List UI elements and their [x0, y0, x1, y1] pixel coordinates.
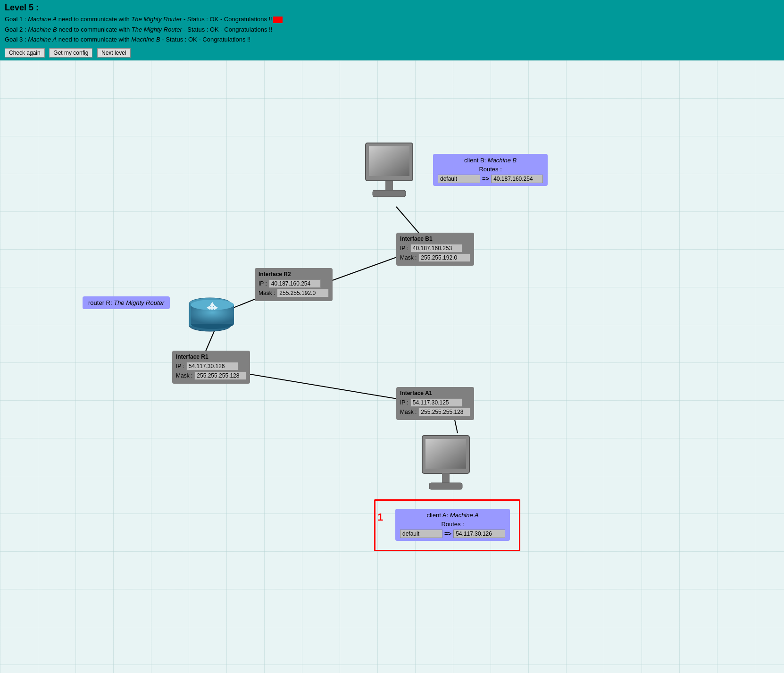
network-canvas: router R: The Mighty Router — [0, 60, 784, 673]
svg-rect-24 — [369, 146, 409, 176]
svg-rect-28 — [425, 439, 466, 469]
interface-a1-box: Interface A1 IP : Mask : — [396, 387, 474, 420]
client-a-route-dest[interactable] — [400, 530, 442, 538]
interface-r1-title: Interface R1 — [176, 353, 246, 360]
client-a-arrow: => — [444, 530, 451, 537]
interface-a1-mask-row: Mask : — [400, 408, 470, 416]
client-b-route-gw[interactable] — [491, 175, 543, 183]
interface-b1-mask-input[interactable] — [418, 253, 470, 262]
router-label: router R: The Mighty Router — [83, 296, 170, 309]
interface-b1-title: Interface B1 — [400, 236, 470, 242]
interface-r2-ip-input[interactable] — [269, 279, 321, 288]
goal2-prefix: Goal 2 : — [5, 26, 28, 33]
goal1-middle: need to communicate with — [57, 16, 131, 23]
goal2-router: The Mighty Router — [132, 26, 182, 33]
client-b-route-dest[interactable] — [438, 175, 480, 183]
header: Level 5 : Goal 1 : Machine A need to com… — [0, 0, 784, 60]
goal3-middle: need to communicate with — [57, 36, 131, 43]
router-name: The Mighty Router — [114, 299, 164, 306]
level-title: Level 5 : — [5, 3, 779, 13]
svg-line-4 — [236, 372, 406, 400]
next-level-button[interactable]: Next level — [97, 48, 131, 58]
interface-r2-mask-label: Mask : — [259, 290, 275, 296]
interface-r2-mask-row: Mask : — [259, 289, 329, 297]
goal1-machine: Machine A — [28, 16, 57, 23]
interface-r1-box: Interface R1 IP : Mask : — [172, 351, 250, 384]
interface-a1-mask-input[interactable] — [418, 408, 470, 416]
svg-rect-25 — [385, 181, 393, 190]
interface-b1-ip-label: IP : — [400, 245, 409, 252]
interface-r1-mask-input[interactable] — [194, 371, 246, 380]
client-b-route-row: => — [438, 175, 543, 183]
interface-r2-mask-input[interactable] — [277, 289, 329, 297]
interface-r2-box: Interface R2 IP : Mask : — [255, 268, 333, 301]
interface-a1-title: Interface A1 — [400, 390, 470, 396]
svg-rect-26 — [373, 190, 406, 197]
client-a-routes-label: Routes : — [400, 521, 505, 528]
client-b-routes-label: Routes : — [438, 166, 543, 173]
interface-r1-ip-label: IP : — [176, 363, 184, 370]
goal-2: Goal 2 : Machine B need to communicate w… — [5, 25, 779, 34]
interface-b1-mask-row: Mask : — [400, 253, 470, 262]
selection-number: 1 — [377, 511, 383, 523]
interface-r2-title: Interface R2 — [259, 271, 329, 278]
goal3-prefix: Goal 3 : — [5, 36, 28, 43]
client-b-arrow: => — [482, 175, 489, 182]
client-a-route-gw[interactable] — [453, 530, 505, 538]
interface-r2-ip-label: IP : — [259, 280, 267, 287]
computer-a-icon — [415, 433, 476, 499]
interface-r1-mask-label: Mask : — [176, 372, 192, 379]
interface-b1-box: Interface B1 IP : Mask : — [396, 233, 474, 266]
interface-a1-ip-row: IP : — [400, 398, 470, 407]
interface-a1-ip-label: IP : — [400, 399, 409, 406]
interface-b1-ip-row: IP : — [400, 244, 470, 252]
client-a-title: client A: Machine A — [400, 512, 505, 519]
goal1-prefix: Goal 1 : — [5, 16, 28, 23]
check-again-button[interactable]: Check again — [5, 48, 45, 58]
svg-line-2 — [396, 207, 420, 234]
goal2-machine: Machine B — [28, 26, 57, 33]
goal-1: Goal 1 : Machine A need to communicate w… — [5, 15, 779, 24]
svg-rect-29 — [442, 473, 450, 483]
interface-r2-ip-row: IP : — [259, 279, 329, 288]
goal3-machine: Machine A — [28, 36, 57, 43]
interface-r1-ip-input[interactable] — [186, 362, 238, 370]
goal3-status: - Status : OK - Congratulations !! — [160, 36, 250, 43]
client-a-box: client A: Machine A Routes : => — [395, 509, 510, 541]
button-bar: Check again Get my config Next level — [5, 48, 779, 58]
goal1-router: The Mighty Router — [131, 16, 182, 23]
interface-r1-ip-row: IP : — [176, 362, 246, 370]
interface-b1-mask-label: Mask : — [400, 254, 417, 261]
goal2-status: - Status : OK - Congratulations !! — [182, 26, 272, 33]
interface-b1-ip-input[interactable] — [410, 244, 462, 252]
router-label-text: router R: The Mighty Router — [88, 299, 164, 306]
goal1-red-indicator — [273, 17, 283, 23]
get-my-config-button[interactable]: Get my config — [49, 48, 92, 58]
svg-line-1 — [321, 254, 406, 285]
client-b-title: client B: Machine B — [438, 157, 543, 164]
svg-rect-30 — [429, 483, 462, 489]
interface-a1-mask-label: Mask : — [400, 409, 417, 415]
client-a-route-row: => — [400, 530, 505, 538]
client-b-box: client B: Machine B Routes : => — [433, 154, 548, 186]
interface-r1-mask-row: Mask : — [176, 371, 246, 380]
goal3-router: Machine B — [131, 36, 160, 43]
router-icon[interactable] — [184, 292, 236, 336]
computer-b-icon — [359, 141, 420, 207]
interface-a1-ip-input[interactable] — [410, 398, 462, 407]
goal-3: Goal 3 : Machine A need to communicate w… — [5, 35, 779, 44]
goal2-middle: need to communicate with — [57, 26, 132, 33]
goal1-status: - Status : OK - Congratulations !! — [182, 16, 272, 23]
